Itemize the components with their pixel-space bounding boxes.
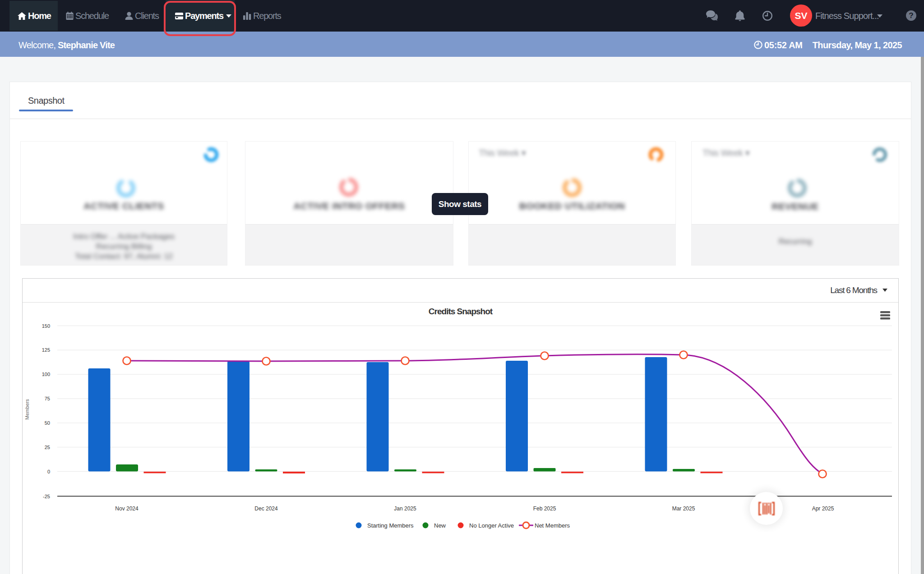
- svg-text:New: New: [434, 522, 446, 529]
- svg-text:Feb 2025: Feb 2025: [533, 505, 556, 512]
- svg-text:50: 50: [45, 420, 50, 426]
- svg-text:-25: -25: [43, 494, 50, 499]
- svg-text:No Longer Active: No Longer Active: [469, 522, 514, 529]
- svg-text:Jan 2025: Jan 2025: [394, 505, 416, 512]
- svg-text:Mar 2025: Mar 2025: [672, 505, 695, 512]
- svg-text:25: 25: [45, 445, 50, 450]
- svg-text:150: 150: [42, 323, 50, 329]
- svg-text:Dec 2024: Dec 2024: [254, 505, 278, 512]
- svg-text:Nov 2024: Nov 2024: [115, 505, 139, 512]
- svg-text:75: 75: [45, 396, 50, 401]
- svg-text:Apr 2025: Apr 2025: [812, 505, 834, 512]
- svg-text:125: 125: [42, 347, 50, 353]
- svg-text:Members: Members: [24, 399, 30, 420]
- svg-text:Net Members: Net Members: [535, 522, 570, 529]
- svg-text:0: 0: [47, 469, 50, 474]
- svg-text:Starting Members: Starting Members: [367, 522, 414, 529]
- svg-text:100: 100: [42, 372, 50, 377]
